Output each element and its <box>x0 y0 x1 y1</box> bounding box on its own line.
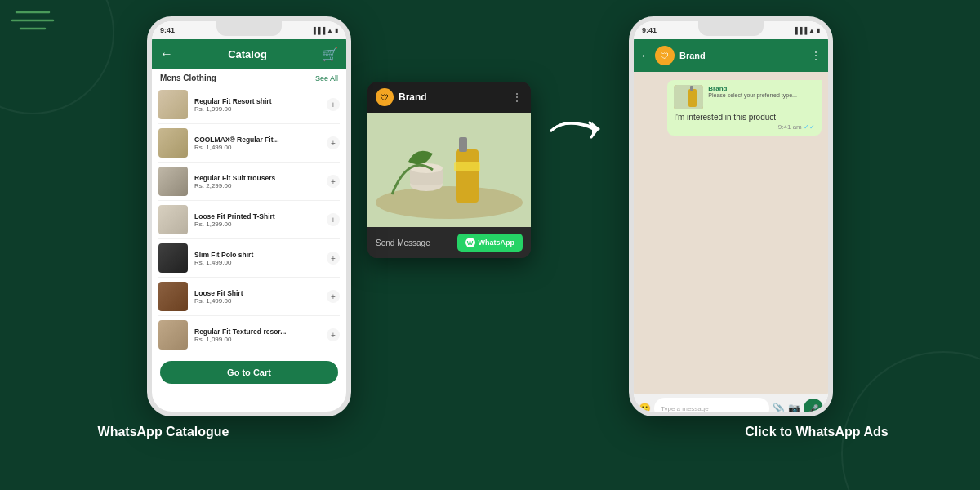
svg-marker-11 <box>592 122 600 135</box>
right-label: Click to WhatsApp Ads <box>715 425 919 439</box>
camera-icon[interactable]: 📷 <box>788 403 800 414</box>
product-item-5: Slim Fit Polo shirt Rs. 1,499.00 + <box>158 239 340 278</box>
battery-icon-right: ▮ <box>817 27 820 34</box>
status-icons-right: ▐▐▐ ▲ ▮ <box>793 27 820 34</box>
product-item-3: Regular Fit Suit trousers Rs. 2,299.00 + <box>158 163 340 201</box>
add-btn-4[interactable]: + <box>327 213 340 226</box>
whatsapp-logo: W <box>466 238 475 247</box>
product-name-4: Loose Fit Printed T-Shirt <box>194 212 320 220</box>
add-btn-1[interactable]: + <box>327 98 340 111</box>
message-text: I'm interested in this product <box>674 113 815 122</box>
product-item-2: COOLMAX® Regular Fit... Rs. 1,499.00 + <box>158 124 340 163</box>
ad-image-area <box>368 113 531 227</box>
product-info-2: COOLMAX® Regular Fit... Rs. 1,499.00 <box>194 136 320 151</box>
wifi-icon: ▲ <box>327 27 333 34</box>
signal-icon: ▐▐▐ <box>311 27 325 34</box>
chat-input-bar: 🙂 Type a message 📎 📷 🎤 <box>634 394 828 416</box>
product-img-4 <box>158 205 188 234</box>
shirt-img-7 <box>158 320 188 350</box>
product-info-3: Regular Fit Suit trousers Rs. 2,299.00 <box>194 174 320 189</box>
product-img-2 <box>158 128 188 158</box>
message-card: Brand Please select your preferred type.… <box>674 85 815 109</box>
cart-icon[interactable]: 🛒 <box>322 47 338 62</box>
product-info-1: Regular Fit Resort shirt Rs. 1,999.00 <box>194 97 320 113</box>
input-placeholder: Type a message <box>661 405 709 412</box>
product-price-3: Rs. 2,299.00 <box>194 182 320 189</box>
back-arrow-whatsapp[interactable]: ← <box>640 50 650 61</box>
see-all-link[interactable]: See All <box>315 74 338 82</box>
chat-area: Brand Please select your preferred type.… <box>634 72 828 394</box>
ad-brand-icon: 🛡 <box>376 88 394 106</box>
svg-rect-13 <box>688 89 697 107</box>
go-to-cart-button[interactable]: Go to Cart <box>160 361 338 384</box>
arrow-container <box>547 114 612 163</box>
status-time-right: 9:41 <box>642 26 657 34</box>
catalog-phone: 9:41 ▐▐▐ ▲ ▮ ← Catalog 🛒 Mens Clothing S… <box>147 16 351 416</box>
wa-brand-name: Brand <box>679 51 805 60</box>
whatsapp-button[interactable]: W WhatsApp <box>457 234 523 252</box>
product-name-2: COOLMAX® Regular Fit... <box>194 136 320 144</box>
product-name-6: Loose Fit Shirt <box>194 289 320 297</box>
svg-rect-7 <box>454 162 480 172</box>
signal-icon-right: ▐▐▐ <box>793 27 807 34</box>
product-img-1 <box>158 90 188 119</box>
ad-card-header: 🛡 Brand ⋮ <box>368 82 531 113</box>
catalog-section-header: Mens Clothing See All <box>152 69 346 86</box>
whatsapp-header: ← 🛡 Brand ⋮ <box>634 39 828 72</box>
svg-rect-14 <box>690 86 693 91</box>
ad-card: 🛡 Brand ⋮ <box>368 82 531 258</box>
message-card-brand: Brand <box>708 85 797 92</box>
shirt-img-4 <box>158 205 188 234</box>
message-card-img <box>674 85 703 109</box>
message-time: 9:41 am ✓✓ <box>674 123 815 131</box>
ad-brand-info: 🛡 Brand <box>376 88 427 106</box>
add-btn-2[interactable]: + <box>327 136 340 149</box>
product-name-7: Regular Fit Textured resor... <box>194 327 320 336</box>
phone-notch-right <box>698 21 764 36</box>
wifi-icon-right: ▲ <box>808 27 815 34</box>
mic-button[interactable]: 🎤 <box>804 399 823 416</box>
add-btn-6[interactable]: + <box>327 290 340 303</box>
shirt-img-5 <box>158 243 188 273</box>
ad-product-image <box>368 113 531 227</box>
time-label: 9:41 am <box>778 123 802 131</box>
battery-icon: ▮ <box>335 27 338 34</box>
message-card-desc: Please select your preferred type... <box>708 92 797 98</box>
left-label: WhatsApp Catalogue <box>61 425 265 439</box>
product-name-5: Slim Fit Polo shirt <box>194 251 320 259</box>
svg-point-4 <box>376 186 523 219</box>
add-btn-5[interactable]: + <box>327 252 340 265</box>
status-time-left: 9:41 <box>160 26 175 34</box>
ad-brand-name: Brand <box>399 91 427 103</box>
product-img-3 <box>158 167 188 196</box>
product-info-7: Regular Fit Textured resor... Rs. 1,099.… <box>194 327 320 343</box>
whatsapp-label: WhatsApp <box>479 238 515 247</box>
product-item-4: Loose Fit Printed T-Shirt Rs. 1,299.00 + <box>158 201 340 239</box>
catalog-header: ← Catalog 🛒 <box>152 39 346 69</box>
wa-more-icon[interactable]: ⋮ <box>810 49 822 62</box>
back-arrow-catalog[interactable]: ← <box>160 47 173 61</box>
product-img-5 <box>158 243 188 273</box>
product-name-1: Regular Fit Resort shirt <box>194 97 320 105</box>
wa-avatar: 🛡 <box>655 46 675 65</box>
message-product-img <box>674 85 703 109</box>
product-price-6: Rs. 1,499.00 <box>194 297 320 305</box>
attachment-icon[interactable]: 📎 <box>773 403 785 414</box>
catalog-title: Catalog <box>228 48 267 60</box>
whatsapp-chat-phone: 9:41 ▐▐▐ ▲ ▮ ← 🛡 Brand ⋮ <box>629 16 833 416</box>
product-item-6: Loose Fit Shirt Rs. 1,499.00 + <box>158 278 340 316</box>
product-list: Regular Fit Resort shirt Rs. 1,999.00 + … <box>152 86 346 354</box>
chat-input-field[interactable]: Type a message <box>654 398 769 416</box>
bottom-labels: WhatsApp Catalogue Click to WhatsApp Ads <box>0 416 980 448</box>
send-message-label: Send Message <box>376 238 430 247</box>
product-price-4: Rs. 1,299.00 <box>194 220 320 228</box>
emoji-icon[interactable]: 🙂 <box>639 403 651 414</box>
main-container: 9:41 ▐▐▐ ▲ ▮ ← Catalog 🛒 Mens Clothing S… <box>0 0 980 416</box>
product-name-3: Regular Fit Suit trousers <box>194 174 320 182</box>
shirt-img-1 <box>158 90 188 119</box>
product-info-4: Loose Fit Printed T-Shirt Rs. 1,299.00 <box>194 212 320 228</box>
add-btn-3[interactable]: + <box>327 175 340 188</box>
ad-more-icon[interactable]: ⋮ <box>511 91 523 104</box>
add-btn-7[interactable]: + <box>327 328 340 341</box>
product-info-6: Loose Fit Shirt Rs. 1,499.00 <box>194 289 320 305</box>
